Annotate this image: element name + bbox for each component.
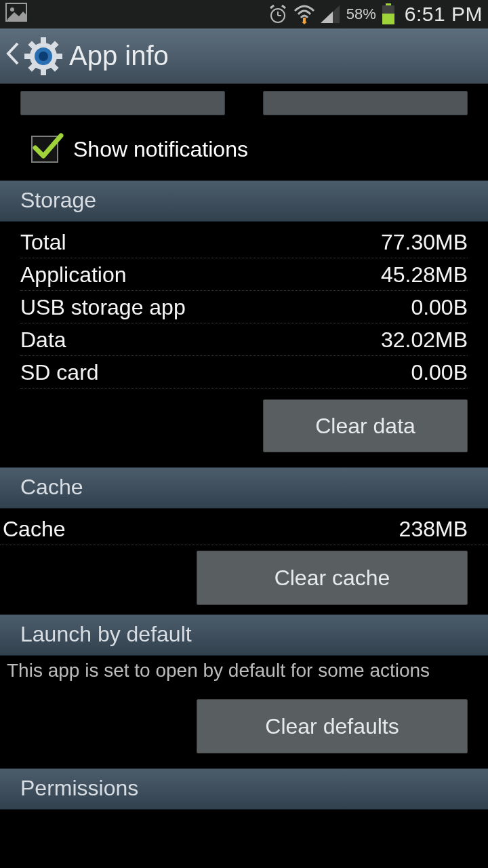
battery-percent: 58% xyxy=(346,5,376,23)
clear-cache-button[interactable]: Clear cache xyxy=(197,551,468,605)
svg-line-6 xyxy=(282,5,285,8)
gallery-icon xyxy=(5,3,27,26)
uninstall-button[interactable] xyxy=(263,91,468,115)
battery-icon xyxy=(382,3,395,25)
svg-line-5 xyxy=(270,5,274,8)
top-button-row xyxy=(0,91,488,125)
storage-row-usb: USB storage app 0.00B xyxy=(20,291,468,323)
clear-defaults-button[interactable]: Clear defaults xyxy=(197,699,468,753)
show-notifications-label: Show notifications xyxy=(73,137,248,162)
svg-point-25 xyxy=(39,52,48,61)
section-header-storage: Storage xyxy=(0,180,488,222)
settings-gear-icon xyxy=(24,37,62,75)
page-title: App info xyxy=(69,41,169,71)
svg-rect-12 xyxy=(386,3,391,5)
alarm-icon xyxy=(268,4,288,24)
clock: 6:51 PM xyxy=(405,3,483,26)
section-header-cache: Cache xyxy=(0,467,488,509)
section-header-permissions: Permissions xyxy=(0,768,488,810)
storage-row-data: Data 32.02MB xyxy=(20,323,468,356)
signal-icon xyxy=(321,5,340,23)
svg-rect-14 xyxy=(382,14,394,24)
svg-marker-9 xyxy=(302,22,307,24)
svg-point-1 xyxy=(10,7,14,12)
back-button[interactable] xyxy=(4,41,24,71)
show-notifications-checkbox[interactable] xyxy=(31,136,58,163)
app-header: App info xyxy=(0,28,488,84)
status-bar: 58% 6:51 PM xyxy=(0,0,488,28)
clear-data-button[interactable]: Clear data xyxy=(263,399,468,452)
show-notifications-row[interactable]: Show notifications xyxy=(0,125,488,180)
cache-row: Cache 238MB xyxy=(0,513,488,545)
launch-default-desc: This app is set to open by default for s… xyxy=(0,656,488,688)
wifi-download-icon xyxy=(293,4,315,24)
svg-marker-11 xyxy=(321,12,333,23)
storage-row-sdcard: SD card 0.00B xyxy=(20,356,468,389)
storage-row-application: Application 45.28MB xyxy=(20,258,468,291)
storage-row-total: Total 77.30MB xyxy=(20,226,468,258)
force-stop-button[interactable] xyxy=(20,91,225,115)
section-header-launch: Launch by default xyxy=(0,614,488,656)
